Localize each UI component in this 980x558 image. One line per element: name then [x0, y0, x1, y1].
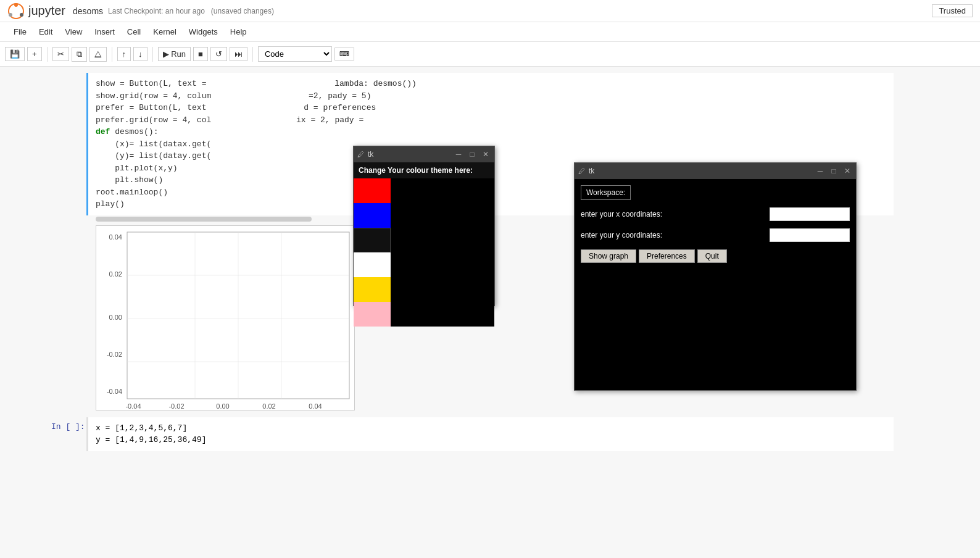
- y-coord-label: enter your y coordinates:: [581, 231, 765, 239]
- svg-text:0.02: 0.02: [262, 402, 275, 410]
- fast-forward-button[interactable]: ⏭: [230, 47, 247, 61]
- keyboard-button[interactable]: ⌨: [334, 48, 354, 60]
- tk-color-logo-icon: 🖊: [357, 151, 364, 158]
- code-line-4: prefer.grid(row = 4, col ix = 2, pady =: [96, 114, 886, 127]
- toolbar-sep-1: [47, 47, 48, 62]
- swatch-pink[interactable]: [354, 302, 391, 327]
- add-cell-button[interactable]: +: [27, 47, 42, 61]
- swatch-white[interactable]: [354, 252, 391, 277]
- quit-button[interactable]: Quit: [697, 249, 727, 263]
- swatch-yellow[interactable]: [354, 277, 391, 302]
- stop-button[interactable]: ■: [193, 47, 208, 61]
- toolbar-sep-3: [152, 47, 153, 62]
- y-coord-row: enter your y coordinates:: [581, 228, 850, 242]
- svg-text:-0.04: -0.04: [125, 402, 141, 410]
- swatch-black[interactable]: [354, 228, 391, 252]
- svg-point-3: [20, 13, 23, 17]
- x-coord-input[interactable]: [770, 207, 850, 221]
- checkpoint-info: Last Checkpoint: an hour ago (unsaved ch…: [108, 7, 274, 15]
- toolbar-sep-4: [252, 47, 253, 62]
- menu-help[interactable]: Help: [224, 25, 253, 39]
- preferences-button[interactable]: Preferences: [639, 249, 695, 263]
- jupyter-text: jupyter: [28, 4, 65, 18]
- svg-text:0.04: 0.04: [309, 402, 322, 410]
- svg-text:0.00: 0.00: [109, 314, 122, 321]
- svg-text:-0.04: -0.04: [107, 388, 122, 395]
- workspace-btn-row: Show graph Preferences Quit: [581, 249, 850, 263]
- main-content: show = Button(L, text = lambda: desmos()…: [0, 67, 980, 558]
- tk-workspace-minimize-button[interactable]: ─: [815, 166, 825, 176]
- bottom-code-line-1: x = [1,2,3,4,5,6,7]: [96, 422, 886, 435]
- tk-color-swatches: [354, 178, 494, 327]
- tk-color-minimize-button[interactable]: ─: [454, 149, 463, 159]
- x-coord-label: enter your x coordinates:: [581, 210, 765, 219]
- svg-text:-0.02: -0.02: [107, 351, 122, 358]
- svg-text:-0.02: -0.02: [168, 402, 184, 410]
- svg-point-1: [14, 3, 18, 7]
- jupyter-logo: jupyter: [7, 2, 65, 20]
- workspace-content: Workspace: enter your x coordinates: ent…: [575, 179, 856, 390]
- svg-text:0.04: 0.04: [109, 233, 122, 241]
- cell-type-select[interactable]: Code Markdown Raw NBConvert: [258, 46, 332, 62]
- menu-insert[interactable]: Insert: [88, 25, 121, 39]
- tk-color-titlebar: 🖊 tk ─ □ ✕: [354, 146, 494, 162]
- code-line-1: show = Button(L, text = lambda: desmos()…: [96, 78, 886, 90]
- tk-color-header: Change Your colour theme here:: [354, 162, 494, 178]
- menu-cell[interactable]: Cell: [121, 25, 147, 39]
- toolbar-sep-2: [112, 47, 112, 62]
- topbar: jupyter desoms Last Checkpoint: an hour …: [0, 0, 980, 22]
- swatch-blue[interactable]: [354, 203, 391, 228]
- horizontal-scrollbar[interactable]: [96, 217, 312, 222]
- menu-bar: File Edit View Insert Cell Kernel Widget…: [0, 22, 980, 42]
- copy-button[interactable]: ⧉: [72, 47, 87, 62]
- x-coord-row: enter your x coordinates:: [581, 207, 850, 221]
- save-button[interactable]: 💾: [5, 47, 25, 61]
- menu-widgets[interactable]: Widgets: [183, 25, 224, 39]
- bottom-cell-content: In [ ]: x = [1,2,3,4,5,6,7] y = [1,4,9,1…: [86, 417, 894, 451]
- tk-workspace-logo-icon: 🖊: [578, 167, 585, 175]
- workspace-label: Workspace:: [581, 185, 631, 200]
- paste-button[interactable]: ⧋: [89, 47, 107, 62]
- cell-prompt: In [ ]:: [51, 422, 85, 431]
- tk-workspace-window: 🖊 tk ─ □ ✕ Workspace: enter your x coord…: [574, 162, 857, 391]
- code-line-5: def desmos():: [96, 126, 886, 138]
- tk-color-close-button[interactable]: ✕: [481, 149, 491, 159]
- tk-workspace-title: tk: [589, 167, 812, 175]
- menu-file[interactable]: File: [7, 25, 33, 39]
- tk-color-title: tk: [368, 150, 450, 159]
- jupyter-logo-icon: [7, 2, 25, 20]
- bottom-cell: In [ ]: x = [1,2,3,4,5,6,7] y = [1,4,9,1…: [37, 415, 943, 454]
- tk-workspace-titlebar: 🖊 tk ─ □ ✕: [575, 163, 856, 179]
- menu-edit[interactable]: Edit: [33, 25, 59, 39]
- svg-text:0.00: 0.00: [216, 402, 229, 410]
- code-line-3: prefer = Button(L, text d = preferences: [96, 102, 886, 114]
- toolbar: 💾 + ✂ ⧉ ⧋ ↑ ↓ ▶ Run ■ ↺ ⏭ Code Markdown …: [0, 42, 980, 67]
- tk-color-maximize-button[interactable]: □: [467, 149, 477, 159]
- tk-color-window: 🖊 tk ─ □ ✕ Change Your colour theme here…: [353, 146, 495, 306]
- notebook-title[interactable]: desoms: [73, 6, 103, 16]
- restart-button[interactable]: ↺: [210, 47, 227, 61]
- move-up-button[interactable]: ↑: [117, 47, 131, 61]
- svg-point-2: [9, 13, 12, 17]
- y-coord-input[interactable]: [770, 228, 850, 242]
- move-down-button[interactable]: ↓: [133, 47, 147, 61]
- show-graph-button[interactable]: Show graph: [581, 249, 636, 263]
- matplotlib-plot: 0.04 0.02 0.00 -0.02 -0.04 -0.04 -0.02 0…: [96, 225, 355, 410]
- tk-workspace-maximize-button[interactable]: □: [829, 166, 839, 176]
- menu-kernel[interactable]: Kernel: [147, 25, 183, 39]
- trusted-button[interactable]: Trusted: [932, 4, 973, 17]
- bottom-code-line-2: y = [1,4,9,16,25,36,49]: [96, 434, 886, 446]
- tk-workspace-close-button[interactable]: ✕: [842, 166, 852, 176]
- menu-view[interactable]: View: [59, 25, 88, 39]
- run-button[interactable]: ▶ Run: [158, 47, 191, 61]
- code-line-2: show.grid(row = 4, colum =2, pady = 5): [96, 90, 886, 102]
- swatch-red[interactable]: [354, 178, 391, 203]
- svg-text:0.02: 0.02: [109, 270, 122, 278]
- cut-button[interactable]: ✂: [52, 47, 69, 61]
